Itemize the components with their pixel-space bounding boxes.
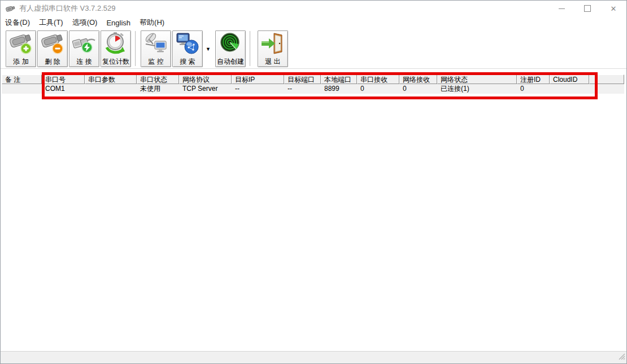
cell-protocol: TCP Server [179,84,232,94]
cell-local-port: 8899 [321,84,357,94]
title-bar: 有人虚拟串口软件 V3.7.2.529 ✕ [1,1,626,16]
exit-button-label: 退 出 [265,58,280,66]
menu-item-options[interactable]: 选项(O) [68,16,102,29]
close-button[interactable]: ✕ [600,1,626,16]
add-button-label: 添 加 [13,58,28,66]
search-button[interactable]: 搜 索 [172,30,203,67]
toolbar: 添 加 删 除 [1,29,626,69]
serial-connector-add-icon [8,32,33,58]
cell-reg-id: 0 [517,84,550,94]
app-icon [6,5,15,13]
column-header-remark[interactable]: 备 注 [2,74,42,84]
column-header-reg-id[interactable]: 注册ID [517,74,550,84]
menu-item-device[interactable]: 设备(D) [1,16,34,29]
column-header-local-port[interactable]: 本地端口 [321,74,357,84]
auto-create-button-label: 自动创建 [217,58,244,66]
exit-button[interactable]: 退 出 [258,30,288,67]
column-header-filler [589,74,624,84]
status-bar [1,351,626,363]
menu-item-help[interactable]: 帮助(H) [135,16,169,29]
cell-target-port: -- [284,84,321,94]
menu-item-tools[interactable]: 工具(T) [34,16,68,29]
connect-button[interactable]: 连 接 [69,30,99,67]
radar-auto-create-icon [218,32,243,58]
cell-target-ip: -- [232,84,284,94]
auto-create-button[interactable]: 自动创建 [215,30,246,67]
resize-grip[interactable] [617,352,625,362]
toolbar-separator [135,31,137,66]
cell-cloudid [550,84,589,94]
window-controls: ✕ [548,1,626,16]
toolbar-separator [250,31,252,66]
connector-connect-icon [72,32,97,58]
cell-serial-rx: 0 [357,84,399,94]
column-header-protocol[interactable]: 网络协议 [179,74,232,84]
cell-net-status: 已连接(1) [437,84,517,94]
minimize-icon [559,8,565,9]
column-header-cloudid[interactable]: CloudID [550,74,589,84]
column-header-serial-status[interactable]: 串口状态 [137,74,179,84]
reset-count-button-label: 复位计数 [102,58,129,66]
column-header-com-port[interactable]: 串口号 [42,74,85,84]
close-icon: ✕ [611,5,617,12]
table-row[interactable]: COM1 未使用 TCP Server -- -- 8899 0 0 已连接(1… [2,84,624,94]
delete-button-label: 删 除 [45,58,60,66]
monitor-button[interactable]: 监 控 [141,30,171,67]
menu-item-english[interactable]: English [102,17,135,28]
delete-button[interactable]: 删 除 [37,30,68,67]
network-search-icon [175,32,200,58]
connect-button-label: 连 接 [76,58,92,66]
window-title: 有人虚拟串口软件 V3.7.2.529 [19,3,116,14]
port-list-area: 备 注 串口号 串口参数 串口状态 网络协议 目标IP 目标端口 本地端口 串口… [1,69,626,352]
column-header-net-rx[interactable]: 网络接收 [399,74,437,84]
column-header-serial-params[interactable]: 串口参数 [85,74,137,84]
menu-bar: 设备(D) 工具(T) 选项(O) English 帮助(H) [1,16,626,29]
column-header-serial-rx[interactable]: 串口接收 [357,74,399,84]
column-header-target-ip[interactable]: 目标IP [232,74,284,84]
column-header-net-status[interactable]: 网络状态 [437,74,517,84]
cell-serial-status: 未使用 [137,84,179,94]
cell-net-rx: 0 [399,84,437,94]
cell-serial-params [85,84,137,94]
satellite-monitor-icon [143,32,168,58]
stopwatch-reset-icon [103,32,128,58]
app-window: 有人虚拟串口软件 V3.7.2.529 ✕ 设备(D) 工具(T) 选项(O) … [0,0,627,364]
maximize-button[interactable] [574,1,600,16]
minimize-button[interactable] [548,1,574,16]
serial-connector-remove-icon [40,32,65,58]
reset-count-button[interactable]: 复位计数 [101,30,131,67]
cell-remark [2,84,42,94]
table-header-row: 备 注 串口号 串口参数 串口状态 网络协议 目标IP 目标端口 本地端口 串口… [2,74,624,84]
maximize-icon [584,5,591,12]
exit-door-icon [260,32,285,58]
monitor-button-label: 监 控 [148,58,163,66]
add-button[interactable]: 添 加 [6,30,36,67]
column-header-target-port[interactable]: 目标端口 [284,74,321,84]
cell-com-port: COM1 [42,84,85,94]
search-dropdown-arrow[interactable]: ▼ [206,46,211,52]
search-button-label: 搜 索 [180,58,195,66]
